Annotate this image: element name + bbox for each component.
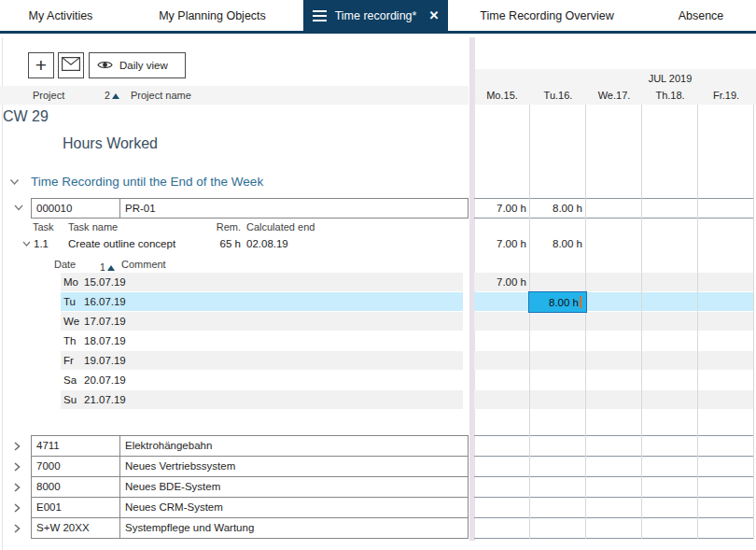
col-project-name[interactable]: Project name <box>131 86 191 105</box>
tab-time-recording-label: Time recording* <box>335 9 417 22</box>
project-row-grid <box>474 456 754 477</box>
col-date: Date <box>54 259 76 270</box>
col-project[interactable]: Project <box>33 86 64 105</box>
envelope-icon <box>62 57 80 75</box>
project-name-cell[interactable]: PR-01 <box>119 198 469 219</box>
sort-indicator-project[interactable]: 2 <box>105 86 119 105</box>
sort-asc-icon <box>107 265 115 271</box>
section-title[interactable]: Time Recording until the End of the Week <box>31 175 263 189</box>
project-name-cell[interactable]: Elektrohängebahn <box>119 435 469 457</box>
time-recording-app: My Activities My Planning Objects Time r… <box>0 0 756 550</box>
day-row-su[interactable]: Su 21.07.19 <box>0 390 756 410</box>
col-day-fr[interactable]: Fr.19. <box>698 90 754 101</box>
project-id-cell[interactable]: 8000 <box>31 476 120 498</box>
col-calculated-end: Calculated end <box>246 221 315 233</box>
tab-my-planning-objects[interactable]: My Planning Objects <box>121 0 303 31</box>
day-row-th[interactable]: Th 18.07.19 <box>0 331 756 351</box>
task-hours-tu[interactable]: 8.00 h <box>530 234 584 254</box>
chevron-right-icon[interactable] <box>14 442 24 449</box>
hamburger-menu-icon[interactable] <box>313 10 327 21</box>
project-id-cell[interactable]: 4711 <box>31 435 120 457</box>
month-label: JUL 2019 <box>642 73 698 84</box>
project-row-grid <box>474 476 754 498</box>
eye-icon <box>97 60 113 72</box>
project-row-grid <box>474 497 754 518</box>
task-name[interactable]: Create outline concept <box>68 238 175 249</box>
chevron-down-icon[interactable] <box>22 241 33 248</box>
tabbar-accent-strip <box>0 31 756 34</box>
tab-absence[interactable]: Absence <box>646 0 756 31</box>
chevron-right-icon[interactable] <box>14 503 24 511</box>
project-hours-tu[interactable]: 8.00 h <box>530 198 584 219</box>
view-mode-label: Daily view <box>119 60 168 71</box>
task-remaining: 65 h <box>210 238 241 249</box>
day-row-tu[interactable]: Tu 16.07.19 <box>0 292 756 312</box>
col-task-name: Task name <box>68 221 118 233</box>
project-name-cell[interactable]: Neues CRM-System <box>119 497 469 518</box>
tab-time-recording[interactable]: Time recording* ✕ <box>303 0 448 31</box>
sort-asc-icon <box>112 93 119 99</box>
day-row-sa[interactable]: Sa 20.07.19 <box>0 371 756 390</box>
col-day-th[interactable]: Th.18. <box>642 90 698 101</box>
col-day-we[interactable]: We.17. <box>586 90 642 101</box>
chevron-down-icon[interactable] <box>14 204 24 212</box>
project-id-cell[interactable]: 7000 <box>31 456 120 477</box>
project-name-cell[interactable]: Systempflege und Wartung <box>119 517 469 539</box>
view-mode-button[interactable]: Daily view <box>89 52 186 78</box>
day-hours-mo[interactable]: 7.00 h <box>474 273 528 291</box>
hours-worked-label: Hours Worked <box>63 135 158 152</box>
project-row-grid <box>474 435 754 457</box>
text-caret <box>580 296 581 308</box>
task-hours-mo[interactable]: 7.00 h <box>474 234 528 254</box>
project-name-cell[interactable]: Neues BDE-System <box>119 476 469 498</box>
day-row-mo[interactable]: Mo 15.07.19 <box>0 273 756 292</box>
project-name-cell[interactable]: Neues Vertriebssystem <box>119 456 469 477</box>
chevron-down-icon[interactable] <box>9 178 20 186</box>
chevron-right-icon[interactable] <box>14 524 24 531</box>
tab-bar: My Activities My Planning Objects Time r… <box>0 0 756 31</box>
mail-button[interactable] <box>58 52 84 78</box>
col-task: Task <box>33 221 54 233</box>
project-id-cell[interactable]: S+W 20XX <box>31 517 120 539</box>
col-rem: Rem. <box>210 221 241 233</box>
col-day-mo[interactable]: Mo.15. <box>474 90 530 101</box>
col-comment: Comment <box>121 259 166 270</box>
task-calculated-end: 02.08.19 <box>246 238 288 249</box>
project-row-grid <box>474 517 754 539</box>
tab-time-recording-overview[interactable]: Time Recording Overview <box>448 0 646 31</box>
hours-edit-cell[interactable]: 8.00 h <box>528 291 587 313</box>
left-column-header: Project 2 Project name <box>0 86 469 105</box>
close-tab-icon[interactable]: ✕ <box>428 8 439 22</box>
col-day-tu[interactable]: Tu.16. <box>530 90 586 101</box>
week-label: CW 29 <box>3 108 49 125</box>
chevron-right-icon[interactable] <box>14 462 24 470</box>
task-id[interactable]: 1.1 <box>34 238 49 249</box>
day-row-we[interactable]: We 17.07.19 <box>0 312 756 331</box>
project-hours-mo[interactable]: 7.00 h <box>474 198 528 219</box>
add-button[interactable]: + <box>28 52 54 78</box>
tab-my-activities[interactable]: My Activities <box>0 0 121 31</box>
project-id-cell[interactable]: 000010 <box>31 198 120 219</box>
hours-edit-value: 8.00 h <box>549 297 579 308</box>
chevron-right-icon[interactable] <box>14 483 24 490</box>
project-id-cell[interactable]: E001 <box>31 497 120 518</box>
day-row-fr[interactable]: Fr 19.07.19 <box>0 351 756 371</box>
